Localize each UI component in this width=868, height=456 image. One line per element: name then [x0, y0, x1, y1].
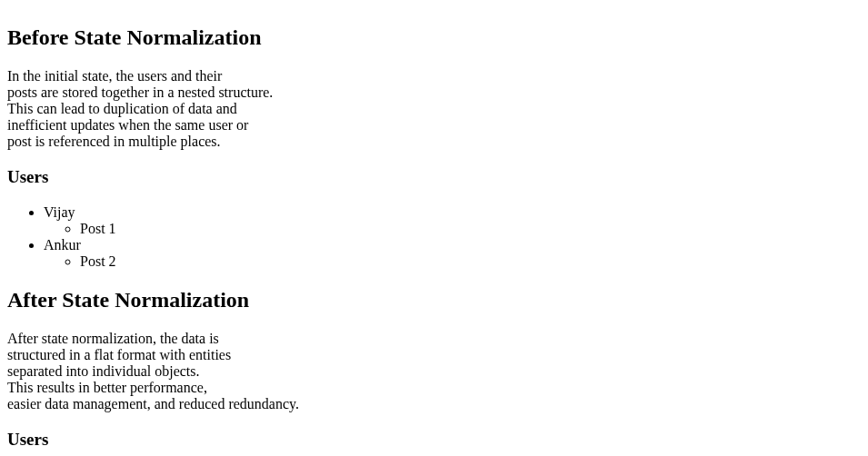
list-item: AnkurPost 2	[44, 237, 861, 270]
after-users-heading: Users	[7, 430, 861, 450]
list-item: Post 1	[80, 221, 861, 237]
list-item: VijayPost 1	[44, 204, 861, 237]
before-description: In the initial state, the users and thei…	[7, 68, 861, 150]
posts-list: Post 2	[44, 253, 861, 270]
before-heading: Before State Normalization	[7, 25, 861, 50]
after-description: After state normalization, the data isst…	[7, 331, 861, 412]
list-item: Post 2	[80, 253, 861, 270]
after-heading: After State Normalization	[7, 288, 861, 312]
before-users-heading: Users	[7, 167, 861, 187]
before-section: Before State Normalization In the initia…	[7, 25, 861, 270]
before-users-list: VijayPost 1AnkurPost 2	[7, 204, 861, 270]
after-section: After State Normalization After state no…	[7, 288, 861, 456]
posts-list: Post 1	[44, 221, 861, 237]
